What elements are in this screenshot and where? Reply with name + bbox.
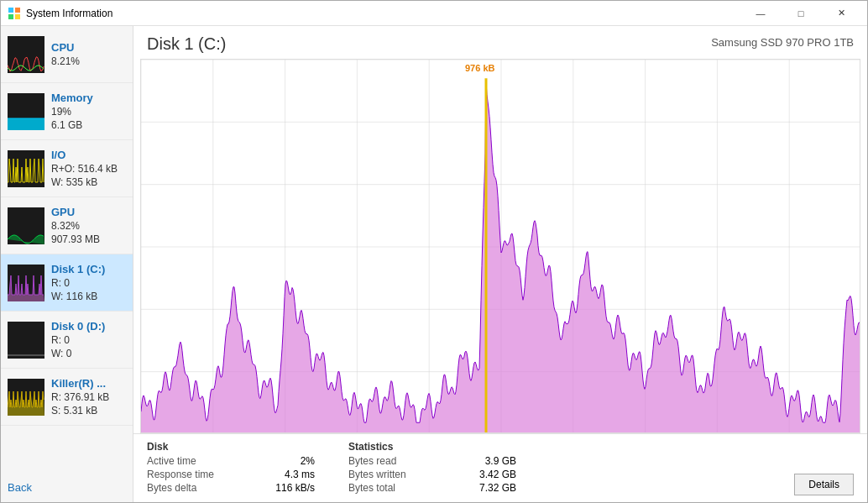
bytes-written-value: 3.42 GB — [479, 469, 516, 480]
stats-bytes-total: Bytes total 7.32 GB — [348, 482, 516, 494]
maximize-button[interactable]: □ — [782, 1, 820, 26]
app-icon — [8, 7, 21, 20]
disk-chart — [141, 60, 860, 433]
stats-response-time: Response time 4.3 ms — [147, 469, 315, 480]
stats-disk-section: Disk Active time 2% Response time 4.3 ms… — [147, 441, 315, 495]
killer-info: Killer(R) ... R: 376.91 kB S: 5.31 kB — [51, 377, 126, 417]
bytes-read-label: Bytes read — [348, 455, 396, 467]
bytes-read-value: 3.9 GB — [485, 455, 516, 467]
stats-disk-title: Disk — [147, 441, 315, 453]
stats-bytes-delta: Bytes delta 116 kB/s — [147, 482, 315, 494]
title-controls: — □ ✕ — [741, 1, 860, 26]
main-content: Disk 1 (C:) Samsung SSD 970 PRO 1TB 976 … — [133, 26, 867, 502]
io-info: I/O R+O: 516.4 kB W: 535 kB — [51, 149, 126, 188]
cpu-thumbnail — [8, 36, 44, 73]
stats-bar: Disk Active time 2% Response time 4.3 ms… — [133, 433, 867, 502]
cpu-value: 8.21% — [51, 55, 126, 67]
active-time-value: 2% — [301, 455, 315, 467]
active-time-label: Active time — [147, 455, 196, 467]
stats-statistics-title: Statistics — [348, 441, 516, 453]
disk1-thumbnail — [8, 265, 44, 301]
svg-rect-3 — [15, 14, 20, 19]
sidebar-item-memory[interactable]: Memory 19% 6.1 GB — [1, 83, 133, 140]
cpu-info: CPU 8.21% — [51, 41, 126, 67]
io-value1: R+O: 516.4 kB — [51, 163, 126, 175]
disk0-title: Disk 0 (D:) — [51, 320, 126, 333]
memory-title: Memory — [51, 92, 126, 104]
stats-bytes-written: Bytes written 3.42 GB — [348, 469, 516, 480]
disk-title-group: Disk 1 (C:) — [147, 34, 226, 54]
sidebar-item-killer[interactable]: Killer(R) ... R: 376.91 kB S: 5.31 kB — [1, 369, 133, 426]
killer-thumbnail — [8, 379, 44, 416]
gpu-thumbnail — [8, 207, 44, 244]
io-title: I/O — [51, 149, 126, 161]
sidebar: CPU 8.21% Memory 19% 6.1 GB — [1, 26, 133, 502]
sidebar-item-gpu[interactable]: GPU 8.32% 907.93 MB — [1, 197, 133, 254]
disk0-value1: R: 0 — [51, 334, 126, 346]
disk1-value2: W: 116 kB — [51, 291, 126, 302]
memory-value2: 6.1 GB — [51, 119, 126, 131]
svg-rect-1 — [15, 8, 20, 13]
disk0-value2: W: 0 — [51, 348, 126, 359]
response-time-value: 4.3 ms — [285, 469, 315, 480]
details-button[interactable]: Details — [794, 474, 854, 495]
memory-value1: 19% — [51, 106, 126, 118]
bytes-total-value: 7.32 GB — [479, 482, 516, 494]
close-button[interactable]: ✕ — [822, 1, 860, 26]
killer-value1: R: 376.91 kB — [51, 391, 126, 403]
svg-rect-2 — [8, 14, 13, 19]
cpu-title: CPU — [51, 41, 126, 54]
bytes-delta-label: Bytes delta — [147, 482, 196, 494]
disk-model: Samsung SSD 970 PRO 1TB — [711, 36, 854, 49]
sidebar-item-disk0[interactable]: Disk 0 (D:) R: 0 W: 0 — [1, 312, 133, 369]
disk1-title: Disk 1 (C:) — [51, 263, 126, 275]
chart-area: 976 kB — [140, 59, 860, 433]
gpu-info: GPU 8.32% 907.93 MB — [51, 206, 126, 245]
killer-value2: S: 5.31 kB — [51, 405, 126, 417]
gpu-value2: 907.93 MB — [51, 233, 126, 245]
sidebar-item-disk1[interactable]: Disk 1 (C:) R: 0 W: 116 kB — [1, 254, 133, 312]
content-area: CPU 8.21% Memory 19% 6.1 GB — [1, 26, 867, 502]
main-header: Disk 1 (C:) Samsung SSD 970 PRO 1TB — [133, 26, 867, 59]
minimize-button[interactable]: — — [741, 1, 780, 26]
title-bar-left: System Information — [8, 7, 112, 20]
killer-title: Killer(R) ... — [51, 377, 126, 390]
sidebar-item-cpu[interactable]: CPU 8.21% — [1, 26, 133, 83]
disk-title: Disk 1 (C:) — [147, 34, 226, 54]
bytes-total-label: Bytes total — [348, 482, 395, 494]
disk0-thumbnail — [8, 322, 44, 359]
title-text: System Information — [26, 8, 112, 19]
bytes-written-label: Bytes written — [348, 469, 406, 480]
main-window: System Information — □ ✕ CPU 8.21% — [0, 0, 868, 503]
response-time-label: Response time — [147, 469, 214, 480]
svg-rect-0 — [8, 8, 13, 13]
disk1-value1: R: 0 — [51, 277, 126, 289]
bytes-delta-value: 116 kB/s — [275, 482, 315, 494]
stats-statistics-section: Statistics Bytes read 3.9 GB Bytes writt… — [348, 441, 516, 495]
stats-active-time: Active time 2% — [147, 455, 315, 467]
stats-bytes-read: Bytes read 3.9 GB — [348, 455, 516, 467]
title-bar: System Information — □ ✕ — [1, 1, 867, 26]
peak-label: 976 kB — [465, 63, 494, 73]
back-button[interactable]: Back — [1, 473, 133, 502]
memory-thumbnail — [8, 93, 44, 130]
io-thumbnail — [8, 150, 44, 187]
gpu-title: GPU — [51, 206, 126, 218]
io-value2: W: 535 kB — [51, 176, 126, 188]
disk0-info: Disk 0 (D:) R: 0 W: 0 — [51, 320, 126, 359]
memory-info: Memory 19% 6.1 GB — [51, 92, 126, 131]
disk1-info: Disk 1 (C:) R: 0 W: 116 kB — [51, 263, 126, 302]
gpu-value1: 8.32% — [51, 220, 126, 232]
sidebar-item-io[interactable]: I/O R+O: 516.4 kB W: 535 kB — [1, 140, 133, 197]
